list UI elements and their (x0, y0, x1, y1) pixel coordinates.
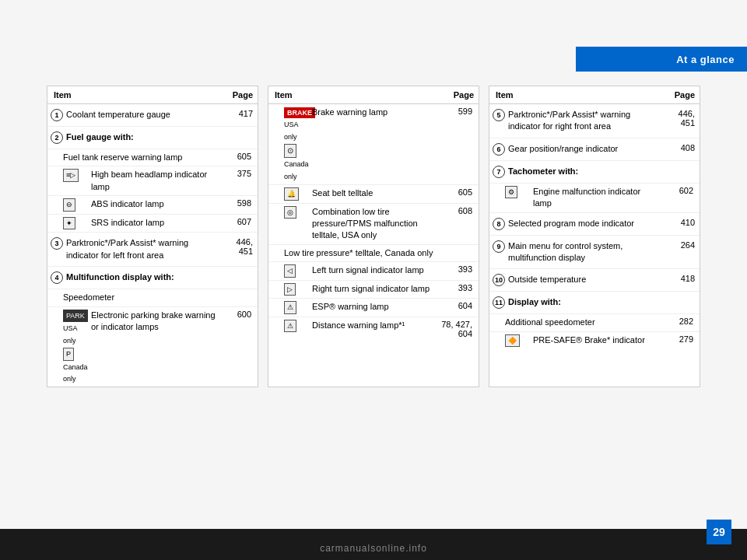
text-cell: Distance warning lamp*¹ (312, 320, 437, 331)
col-page-label-3: Page (661, 86, 700, 103)
row-page: 608 (437, 206, 472, 215)
text-cell: Electronic parking brake warning or indi… (91, 310, 216, 334)
canada-only-label: Canada only (63, 363, 88, 383)
row-number: 8 (489, 216, 505, 232)
table-row: ⚠ Distance warning lamp*¹ 78, 427, 604 (268, 317, 479, 341)
text-cell: Right turn signal indicator lamp (312, 283, 437, 295)
col-item-label-2: Item (268, 86, 440, 103)
row-content: ⊖ ABS indicator lamp (63, 198, 216, 212)
row-page: 279 (658, 334, 693, 344)
row-content: Display with: (505, 295, 665, 310)
col-page-label-1: Page (219, 86, 258, 103)
text-cell: Seat belt telltale (312, 187, 437, 199)
icon-text-row: 🔔 Seat belt telltale (284, 187, 437, 201)
table-header-1: Item Page (47, 86, 258, 104)
row-content: ◎ Combination low tire pressure/TPMS mal… (284, 206, 437, 242)
row-page (665, 295, 700, 298)
icon-text-row: ◎ Combination low tire pressure/TPMS mal… (284, 206, 437, 242)
table-row: 🔔 Seat belt telltale 605 (268, 185, 479, 204)
page-number: 29 (713, 526, 725, 538)
row-content: Outside temperature (505, 272, 665, 287)
table-row: ⊖ ABS indicator lamp 598 (47, 196, 258, 215)
brake-icon: BRAKE (284, 107, 315, 119)
icon-text-row: BRAKE USA only ⊙ Canada only Brake warni… (284, 107, 437, 182)
col-page-label-2: Page (440, 86, 479, 103)
icon-text-row: ✦ SRS indicator lamp (63, 217, 216, 230)
row-number: 6 (489, 142, 505, 157)
table-row: ⚙ Engine malfunction indicator lamp 602 (489, 184, 700, 213)
table-row: 🔶 PRE-SAFE® Brake* indicator 279 (489, 332, 700, 350)
row-number: 11 (489, 295, 505, 310)
icon-cell: ▷ (284, 283, 312, 296)
table-row: 1 Coolant temperature gauge 417 (47, 104, 258, 127)
row-content: Coolant temperature gauge (63, 107, 223, 122)
row-content: ≡▷ High beam headlamp indicator lamp (63, 169, 216, 193)
table-row: BRAKE USA only ⊙ Canada only Brake warni… (268, 104, 479, 185)
srs-icon: ✦ (63, 217, 75, 230)
row-page: 599 (437, 107, 472, 116)
circle-num: 8 (493, 218, 505, 230)
icon-text-row: PARK USA only P Canada only Electronic p… (63, 310, 216, 385)
circle-num: 2 (51, 131, 63, 144)
icon-text-row: ◁ Left turn signal indicator lamp (284, 264, 437, 278)
row-page: 607 (216, 217, 251, 226)
table-row: Speedometer (47, 289, 258, 306)
row-page: 605 (437, 187, 472, 197)
table-header-3: Item Page (489, 86, 700, 104)
table-header-2: Item Page (268, 86, 479, 104)
icon-text-row: ⚠ Distance warning lamp*¹ (284, 320, 437, 333)
table-row: ✦ SRS indicator lamp 607 (47, 215, 258, 233)
icon-text-row: 🔶 PRE-SAFE® Brake* indicator (505, 334, 658, 348)
table-section-1: Item Page 1 Coolant temperature gauge 41… (47, 86, 258, 387)
row-content: BRAKE USA only ⊙ Canada only Brake warni… (284, 107, 437, 182)
row-page: 602 (658, 186, 693, 195)
table-row: 9 Main menu for control system, multifun… (489, 236, 700, 270)
table-row: ⚠ ESP® warning lamp 604 (268, 299, 479, 317)
table-row: 6 Gear position/range indicator 408 (489, 138, 700, 161)
text-cell: ESP® warning lamp (312, 301, 437, 313)
row-page: 410 (665, 216, 700, 229)
row-content: Additional speedometer (505, 317, 658, 328)
icon-cell: ⚠ (284, 320, 312, 333)
row-page: 78, 427, 604 (437, 320, 472, 338)
row-content: ⚙ Engine malfunction indicator lamp (505, 186, 658, 210)
icon-cell: ⚠ (284, 301, 312, 314)
row-number: 7 (489, 164, 505, 180)
header-title: At a glance (676, 54, 735, 65)
table-row: Fuel tank reserve warning lamp 605 (47, 149, 258, 166)
icon-text-row: ▷ Right turn signal indicator lamp (284, 283, 437, 296)
row-content: ▷ Right turn signal indicator lamp (284, 283, 437, 296)
icon-cell: 🔶 (505, 334, 533, 348)
table-row: Additional speedometer 282 (489, 314, 700, 331)
row-page: 282 (658, 317, 693, 326)
seatbelt-icon: 🔔 (284, 187, 299, 201)
table-row: Low tire pressure* telltale, Canada only (268, 245, 479, 262)
icon-text-row: ⚙ Engine malfunction indicator lamp (505, 186, 658, 210)
circle-num: 9 (493, 240, 505, 253)
row-number: 9 (489, 239, 505, 254)
text-cell: Brake warning lamp (312, 107, 437, 118)
left-turn-icon: ◁ (284, 264, 296, 278)
circle-num: 5 (493, 109, 505, 121)
row-content: 🔔 Seat belt telltale (284, 187, 437, 201)
canada-only-label: Canada only (284, 160, 309, 180)
row-content: Low tire pressure* telltale, Canada only (284, 247, 437, 259)
row-page: 408 (665, 142, 700, 154)
table-row: 4 Multifunction display with: (47, 267, 258, 289)
circle-num: 6 (493, 143, 505, 156)
table-row: 10 Outside temperature 418 (489, 269, 700, 292)
table-row: 5 Parktronic*/Park Assist* warning indic… (489, 104, 700, 138)
row-page: 446,451 (665, 107, 700, 129)
text-cell: PRE-SAFE® Brake* indicator (533, 334, 658, 346)
icon-cell: ⚙ (505, 186, 533, 199)
table-row: PARK USA only P Canada only Electronic p… (47, 307, 258, 387)
row-page: 393 (437, 264, 472, 274)
table-row: 11 Display with: (489, 292, 700, 314)
row-page: 393 (437, 283, 472, 292)
high-beam-icon: ≡▷ (63, 169, 79, 182)
text-cell: High beam headlamp indicator lamp (91, 169, 216, 193)
row-content: Parktronic*/Park Assist* warning indicat… (63, 236, 223, 263)
text-cell: Combination low tire pressure/TPMS malfu… (312, 206, 437, 242)
row-content: Gear position/range indicator (505, 142, 665, 156)
text-cell: ABS indicator lamp (91, 198, 216, 210)
